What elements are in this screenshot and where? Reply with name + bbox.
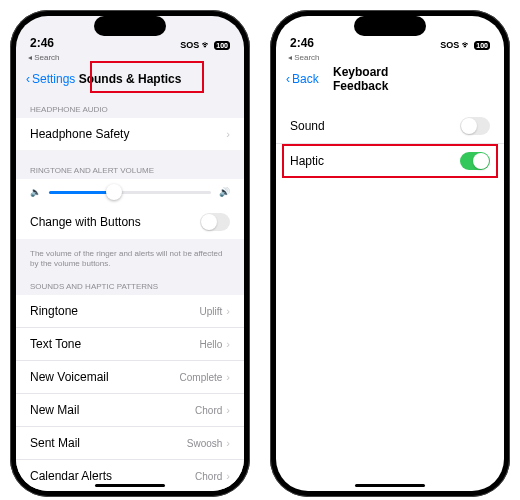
chevron-right-icon: ›	[226, 128, 230, 140]
sound-pattern-row[interactable]: RingtoneUplift›	[16, 295, 244, 328]
chevron-right-icon: ›	[226, 371, 230, 383]
chevron-left-icon: ‹	[26, 72, 30, 86]
haptic-row: Haptic	[276, 144, 504, 178]
sound-pattern-row[interactable]: New MailChord›	[16, 394, 244, 427]
home-indicator[interactable]	[95, 484, 165, 487]
speaker-high-icon: 🔊	[219, 187, 230, 197]
status-icons: SOS ᯤ 100	[440, 40, 490, 50]
section-note: The volume of the ringer and alerts will…	[16, 245, 244, 272]
notch	[354, 16, 426, 36]
chevron-right-icon: ›	[226, 338, 230, 350]
volume-slider-row: 🔈 🔊	[16, 179, 244, 205]
wifi-icon: ᯤ	[202, 40, 211, 50]
toggle-sound[interactable]	[460, 117, 490, 135]
sound-pattern-row[interactable]: Text ToneHello›	[16, 328, 244, 361]
screen-left: 2:46 SOS ᯤ 100 ◂ Search ‹Settings Sounds…	[16, 16, 244, 491]
breadcrumb[interactable]: ◂ Search	[276, 52, 504, 63]
highlight-haptic	[282, 144, 498, 178]
wifi-icon: ᯤ	[462, 40, 471, 50]
chevron-right-icon: ›	[226, 470, 230, 482]
nav-bar: ‹Settings Sounds & Haptics	[16, 63, 244, 95]
section-header: SOUNDS AND HAPTIC PATTERNS	[16, 272, 244, 295]
status-icons: SOS ᯤ 100	[180, 40, 230, 50]
headphone-safety-row[interactable]: Headphone Safety›	[16, 118, 244, 150]
back-button[interactable]: ‹Back	[286, 72, 319, 86]
sound-pattern-row[interactable]: New VoicemailComplete›	[16, 361, 244, 394]
chevron-right-icon: ›	[226, 404, 230, 416]
battery-icon: 100	[474, 41, 490, 50]
home-indicator[interactable]	[355, 484, 425, 487]
speaker-low-icon: 🔈	[30, 187, 41, 197]
notch	[94, 16, 166, 36]
screen-right: 2:46 SOS ᯤ 100 ◂ Search ‹Back Keyboard F…	[276, 16, 504, 491]
toggle-change-buttons[interactable]	[200, 213, 230, 231]
section-header: RINGTONE AND ALERT VOLUME	[16, 156, 244, 179]
battery-icon: 100	[214, 41, 230, 50]
nav-bar: ‹Back Keyboard Feedback	[276, 63, 504, 95]
phone-left: 2:46 SOS ᯤ 100 ◂ Search ‹Settings Sounds…	[10, 10, 250, 497]
section-header: HEADPHONE AUDIO	[16, 95, 244, 118]
slider-thumb[interactable]	[106, 184, 122, 200]
page-title: Keyboard Feedback	[333, 65, 447, 93]
sound-row: Sound	[276, 109, 504, 144]
time: 2:46	[290, 36, 314, 50]
time: 2:46	[30, 36, 54, 50]
chevron-left-icon: ‹	[286, 72, 290, 86]
content[interactable]: HEADPHONE AUDIO Headphone Safety› RINGTO…	[16, 95, 244, 491]
content[interactable]: Sound Haptic	[276, 95, 504, 491]
chevron-right-icon: ›	[226, 437, 230, 449]
sound-pattern-row[interactable]: Sent MailSwoosh›	[16, 427, 244, 460]
back-button[interactable]: ‹Settings	[26, 72, 75, 86]
volume-slider[interactable]	[49, 191, 211, 194]
change-with-buttons-row: Change with Buttons	[16, 205, 244, 239]
chevron-right-icon: ›	[226, 305, 230, 317]
phone-right: 2:46 SOS ᯤ 100 ◂ Search ‹Back Keyboard F…	[270, 10, 510, 497]
highlight-title	[90, 61, 204, 93]
